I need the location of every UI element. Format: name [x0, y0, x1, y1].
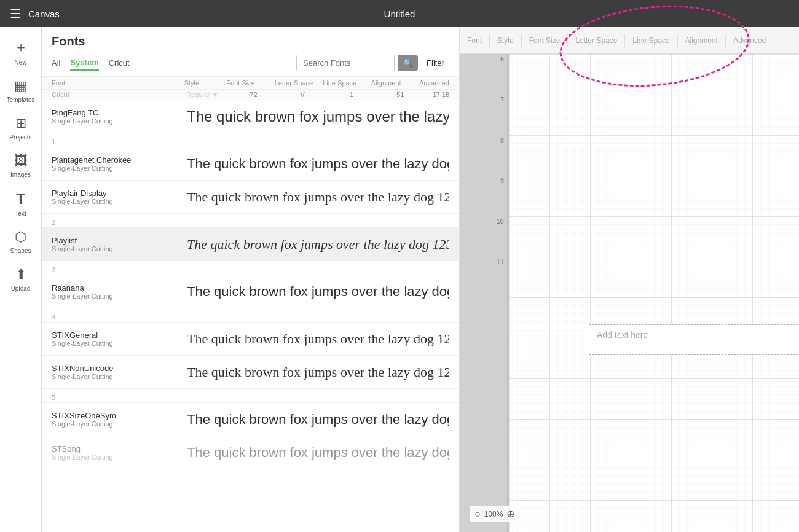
toolbar-advanced-label: Advanced: [733, 36, 766, 45]
tab-cricut[interactable]: Cricut: [109, 56, 130, 70]
col-advanced: Advanced: [419, 79, 449, 87]
main-content: Fonts All System Cricut 🔍 Filter F: [42, 27, 799, 532]
font-name-stixgeneral: STIXGeneral: [52, 331, 187, 340]
row-9: 9: [460, 176, 508, 216]
font-row-playfair[interactable]: Playfair Display Single-Layer Cutting Th…: [42, 181, 459, 214]
font-name-plantagenet: Plantagenet Cherokee: [52, 155, 187, 165]
sidebar-item-images[interactable]: 🖼 Images: [0, 147, 41, 184]
toolbar-size-label: Font Size: [529, 36, 561, 45]
font-row-stixsize[interactable]: STIXSizeOneSym Single-Layer Cutting The …: [42, 403, 459, 436]
row-11: 11: [460, 257, 508, 297]
grid-svg: [509, 54, 799, 532]
font-sub-playfair: Single-Layer Cutting: [52, 198, 187, 205]
font-preview-raanana: The quick brown fox jumps over the lazy …: [187, 284, 449, 300]
sidebar-item-shapes[interactable]: ⬡ Shapes: [0, 223, 41, 260]
col-style: Style: [184, 79, 227, 87]
font-preview-pingfang: The quick brown fox jumps over the lazy …: [187, 108, 449, 125]
font-preview-playlist: The quick brown fox jumps over the lazy …: [187, 237, 449, 252]
tab-system[interactable]: System: [70, 55, 98, 71]
row-num-2: 2: [52, 215, 64, 226]
sep5: [677, 34, 678, 47]
font-name-stixnon: STIXNonUnicode: [52, 364, 187, 373]
sep2: [521, 34, 522, 47]
col-fontsize: Font Size: [226, 79, 274, 87]
search-button[interactable]: 🔍: [398, 55, 418, 71]
canvas-area: Font Style Font Size Letter Space Line S…: [460, 27, 799, 532]
font-name-stixsize: STIXSizeOneSym: [52, 411, 187, 420]
font-sub-raanana: Single-Layer Cutting: [52, 292, 187, 300]
font-sub-stixgeneral: Single-Layer Cutting: [52, 340, 187, 347]
cricut-nums: 17 18: [425, 91, 449, 98]
cricut-size: 72: [229, 91, 278, 98]
zoom-out-button[interactable]: ○: [474, 509, 481, 520]
sidebar-item-projects-label: Projects: [9, 134, 31, 141]
font-name-raanana: Raanana: [52, 283, 187, 292]
font-name-playfair: Playfair Display: [52, 189, 187, 198]
section-marker-3: 3: [42, 261, 459, 275]
zoom-in-button[interactable]: ⊕: [506, 508, 514, 520]
search-input[interactable]: [296, 55, 395, 71]
font-row-stsong[interactable]: STSong Single-Layer Cutting The quick br…: [42, 436, 459, 469]
cricut-letter: V: [278, 91, 327, 98]
font-meta-pingfang: PingFang TC Single-Layer Cutting: [52, 108, 187, 125]
font-meta-plantagenet: Plantagenet Cherokee Single-Layer Cuttin…: [52, 155, 187, 172]
zoom-percent: 100%: [484, 510, 503, 518]
tab-all[interactable]: All: [52, 56, 60, 70]
font-meta-raanana: Raanana Single-Layer Cutting: [52, 283, 187, 300]
sidebar-item-upload[interactable]: ⬆ Upload: [0, 260, 41, 298]
sep4: [624, 34, 625, 47]
font-name-playlist: Playlist: [52, 236, 187, 245]
font-row-raanana[interactable]: Raanana Single-Layer Cutting The quick b…: [42, 275, 459, 308]
toolbar-line-label: Line Space: [632, 36, 669, 45]
shapes-icon: ⬡: [15, 229, 26, 245]
document-title: Untitled: [384, 9, 415, 19]
font-name-pingfang: PingFang TC: [52, 108, 187, 117]
sidebar-item-projects[interactable]: ⊞ Projects: [0, 109, 41, 147]
font-row-stixgeneral[interactable]: STIXGeneral Single-Layer Cutting The qui…: [42, 323, 459, 356]
font-row-pingfang[interactable]: PingFang TC Single-Layer Cutting The qui…: [42, 100, 459, 133]
new-icon: ＋: [14, 38, 28, 57]
sep3: [567, 34, 568, 47]
menu-icon[interactable]: ☰: [10, 6, 21, 21]
font-row-playlist[interactable]: Playlist Single-Layer Cutting The quick …: [42, 228, 459, 261]
font-meta-playlist: Playlist Single-Layer Cutting: [52, 236, 187, 252]
cricut-style: Regular ▼: [186, 91, 229, 98]
font-preview-playfair: The quick brown fox jumps over the lazy …: [187, 189, 449, 205]
section-marker-4: 4: [42, 308, 459, 323]
cricut-align: 51: [376, 91, 425, 98]
svg-rect-1: [509, 54, 799, 532]
section-marker-5: 5: [42, 389, 459, 403]
section-marker-1: 1: [42, 133, 459, 147]
sidebar-item-templates[interactable]: ▦ Templates: [0, 72, 41, 109]
zoom-controls: ○ 100% ⊕: [470, 506, 519, 522]
main-layout: ＋ New ▦ Templates ⊞ Projects 🖼 Images T …: [0, 27, 799, 532]
font-sub-stixsize: Single-Layer Cutting: [52, 420, 187, 428]
row-6: 6: [460, 54, 508, 95]
sidebar-item-new[interactable]: ＋ New: [0, 32, 41, 72]
sidebar-item-upload-label: Upload: [11, 285, 31, 292]
font-row-stixnon[interactable]: STIXNonUnicode Single-Layer Cutting The …: [42, 356, 459, 389]
canvas-textbox[interactable]: Add text here ↺ ⌟: [589, 324, 799, 355]
fonts-header: Fonts All System Cricut 🔍 Filter: [42, 27, 459, 77]
font-name-stsong: STSong: [52, 444, 187, 453]
col-letterspace: Letter Space: [275, 79, 323, 87]
toolbar-style-label: Style: [497, 36, 514, 45]
fonts-tabs-row: All System Cricut 🔍 Filter: [52, 55, 449, 76]
cricut-line: 1: [327, 91, 376, 98]
toolbar-letter-label: Letter Space: [575, 36, 617, 45]
sidebar-item-text[interactable]: T Text: [0, 184, 41, 223]
font-meta-stixsize: STIXSizeOneSym Single-Layer Cutting: [52, 411, 187, 428]
sidebar-item-text-label: Text: [15, 210, 26, 217]
sep6: [725, 34, 726, 47]
row-num-3: 3: [52, 262, 64, 273]
filter-button[interactable]: Filter: [422, 55, 449, 71]
row-7: 7: [460, 95, 508, 135]
col-alignment: Alignment: [371, 79, 419, 87]
section-marker-2: 2: [42, 214, 459, 228]
topbar: ☰ Canvas Untitled: [0, 0, 799, 27]
row-num-list: 6 7 8 9 10 11: [460, 54, 508, 297]
font-row-plantagenet[interactable]: Plantagenet Cherokee Single-Layer Cuttin…: [42, 147, 459, 181]
fonts-tabs: All System Cricut: [52, 55, 130, 71]
cricut-header-row: Cricut Regular ▼ 72 V 1 51 17 18: [42, 90, 459, 100]
font-sub-stixnon: Single-Layer Cutting: [52, 373, 187, 380]
